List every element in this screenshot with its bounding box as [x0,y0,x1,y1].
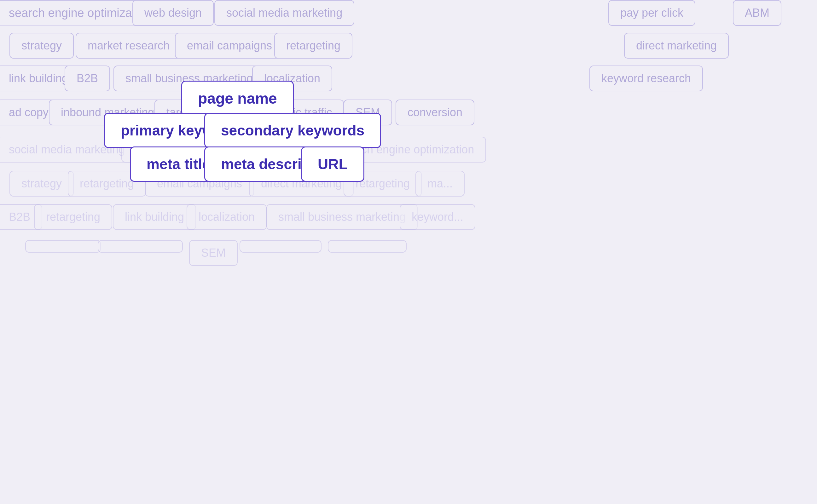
tag-ma-r6: ma... [416,171,465,197]
tag-conversion-r4: conversion [395,100,475,125]
tag-social-media-marketing-r1: social media marketing [214,0,354,26]
tag-pay-per-click: pay per click [608,0,695,26]
tag-r8-5 [328,240,406,253]
tag-r8-4 [239,240,321,253]
tag-keyword-research: keyword research [590,66,703,91]
tag-r8-2 [98,240,183,253]
tag-r8-sem: SEM [189,240,238,266]
tag-abm-r1: ABM [733,0,781,26]
tag-email-campaigns-r2: email campaigns [175,33,284,59]
tag-market-research: market research [76,33,181,59]
tag-localization-r7: localization [187,204,267,230]
tag-keyword-r7: keyword... [400,204,475,230]
tag-b2b-r3: B2B [65,66,110,91]
tag-strategy-r6: strategy [9,171,74,197]
tag-secondary-keywords[interactable]: secondary keywords [204,113,381,148]
tag-strategy-r2: strategy [9,33,74,59]
tag-retargeting-r2: retargeting [274,33,352,59]
tag-small-business-marketing-r7: small business marketing [266,204,418,230]
tag-direct-marketing: direct marketing [624,33,729,59]
tag-retargeting-r7: retargeting [34,204,112,230]
tag-url[interactable]: URL [301,146,364,182]
tag-web-design-r1: web design [132,0,214,26]
tag-r8-1 [25,240,101,253]
tag-link-building-r7: link building [113,204,196,230]
tag-page-name[interactable]: page name [181,81,294,116]
